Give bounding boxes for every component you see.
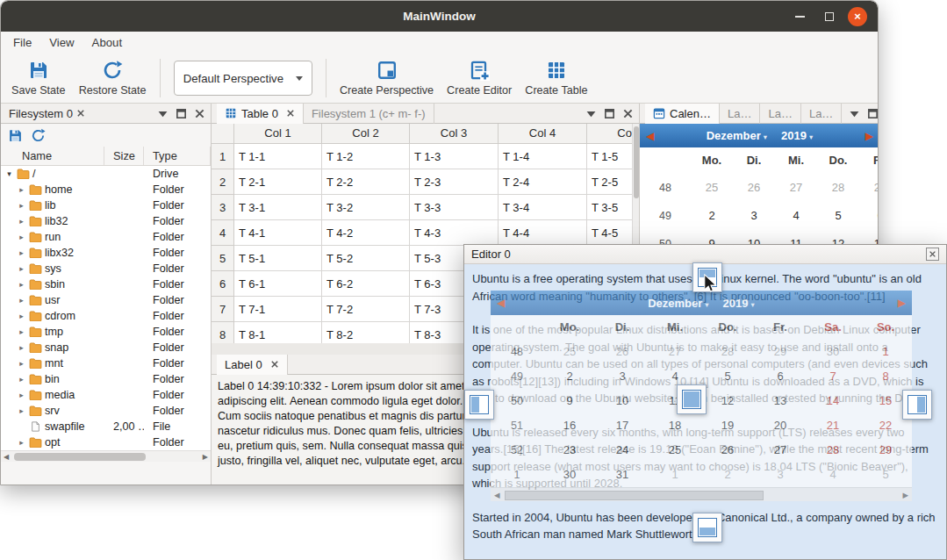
drop-indicator-bottom[interactable]	[692, 513, 722, 542]
table-cell[interactable]: T 6-1	[234, 271, 322, 297]
menu-item-about[interactable]: About	[83, 33, 131, 52]
tree-expand-icon[interactable]: ▸	[17, 371, 26, 387]
calendar-day[interactable]: 4	[775, 202, 817, 230]
calendar-day[interactable]: 26	[596, 340, 649, 364]
calendar-prev-icon[interactable]: ◀	[497, 297, 505, 309]
table-cell[interactable]: T 2-4	[499, 169, 587, 195]
calendar-year-button[interactable]: 2019▾	[781, 129, 813, 142]
calendar-day[interactable]: 29	[754, 340, 807, 364]
tree-row[interactable]: ▸mediaFolder	[1, 387, 211, 403]
tree-row[interactable]: ▸runFolder	[1, 229, 211, 245]
close-tab-icon[interactable]	[286, 109, 295, 118]
editor-titlebar[interactable]: Editor 0	[464, 245, 946, 264]
tree-expand-icon[interactable]: ▸	[17, 229, 26, 245]
tree-row[interactable]: ▾/Drive	[1, 166, 211, 182]
calendar-day[interactable]: 1	[859, 340, 912, 364]
horizontal-scrollbar[interactable]: ◀ ▶	[1, 450, 211, 462]
calendar-day[interactable]: 25	[691, 174, 733, 202]
table-cell[interactable]: T 1-2	[322, 144, 410, 169]
row-header[interactable]: 3	[212, 195, 234, 220]
filesystem-dock-titlebar[interactable]: Filesystem 0	[1, 104, 211, 124]
preview-horizontal-scrollbar[interactable]: ◀ ▶	[491, 487, 912, 501]
tab-label-3[interactable]: La…	[801, 104, 842, 124]
tree-expand-icon[interactable]: ▸	[17, 340, 26, 355]
float-dock-button[interactable]	[176, 108, 187, 119]
tree-expand-icon[interactable]: ▸	[17, 276, 26, 292]
tree-row[interactable]: ▸mntFolder	[1, 355, 211, 371]
calendar-day[interactable]: 2	[701, 463, 754, 487]
row-header[interactable]: 5	[212, 246, 234, 271]
column-header-type[interactable]: Type	[144, 147, 211, 165]
tab-menu-button[interactable]	[157, 108, 169, 119]
create-editor-button[interactable]: Create Editor	[447, 60, 512, 97]
tree-expand-icon[interactable]: ▸	[17, 292, 26, 308]
calendar-day[interactable]: 25	[649, 438, 701, 463]
calendar-day[interactable]: 18	[649, 413, 701, 438]
calendar-day[interactable]: 5	[817, 202, 859, 230]
drop-indicator-center[interactable]	[677, 384, 707, 414]
scrollbar-thumb[interactable]	[14, 453, 146, 461]
close-dock-button[interactable]	[194, 108, 205, 119]
column-header-name[interactable]: Name	[1, 147, 104, 165]
calendar-day[interactable]: 24	[596, 438, 649, 463]
calendar-prev-icon[interactable]: ◀	[646, 130, 654, 142]
column-header-size[interactable]: Size	[104, 147, 144, 165]
drop-indicator-left[interactable]	[464, 390, 494, 420]
table-cell[interactable]: T 3-4	[499, 195, 587, 220]
calendar-day[interactable]: 5	[859, 463, 912, 487]
table-cell[interactable]: T 5-2	[322, 246, 410, 271]
maximize-button[interactable]	[814, 1, 844, 32]
calendar-day[interactable]: 19	[701, 413, 754, 438]
calendar-day[interactable]: 8	[859, 364, 912, 389]
create-table-button[interactable]: Create Table	[525, 60, 587, 97]
column-header[interactable]: Col 4	[499, 124, 587, 144]
calendar-day[interactable]: 20	[754, 413, 807, 438]
calendar-day[interactable]: 16	[543, 413, 596, 438]
drop-indicator-right[interactable]	[902, 390, 932, 420]
tree-expand-icon[interactable]: ▸	[17, 308, 26, 324]
calendar-day[interactable]: 30	[543, 463, 596, 487]
float-dock-button[interactable]	[867, 108, 879, 119]
column-header[interactable]: Col 1	[234, 124, 322, 144]
tree-row[interactable]: ▸lib32Folder	[1, 213, 211, 229]
close-editor-button[interactable]	[926, 248, 939, 261]
column-header[interactable]: Col 2	[322, 124, 410, 144]
menu-item-file[interactable]: File	[4, 33, 40, 52]
column-header[interactable]: Col 3	[410, 124, 499, 144]
calendar-day[interactable]: 29	[859, 174, 879, 202]
calendar-day[interactable]: 29	[859, 438, 912, 463]
tree-row[interactable]: ▸srvFolder	[1, 403, 211, 419]
row-header[interactable]: 8	[212, 322, 234, 343]
close-window-button[interactable]: ×	[843, 1, 872, 32]
row-header[interactable]: 2	[212, 169, 234, 195]
tab-menu-button[interactable]	[585, 108, 597, 119]
tree-expand-icon[interactable]: ▸	[17, 197, 26, 213]
calendar-year-button[interactable]: 2019▾	[723, 297, 755, 310]
tree-row[interactable]: ▸optFolder	[1, 434, 211, 450]
tree-row[interactable]: ▸libFolder	[1, 197, 211, 213]
tree-expand-icon[interactable]: ▸	[17, 434, 26, 450]
tree-expand-icon[interactable]: ▸	[17, 387, 26, 403]
tab-table-0[interactable]: Table 0	[217, 104, 304, 124]
row-header[interactable]: 7	[212, 297, 234, 322]
float-dock-button[interactable]	[604, 108, 615, 119]
table-cell[interactable]: T 3-3	[410, 195, 499, 220]
calendar-day[interactable]: 5	[701, 364, 754, 389]
calendar-day[interactable]: 10	[596, 389, 649, 413]
tab-label-2[interactable]: La…	[760, 104, 800, 124]
menu-item-view[interactable]: View	[40, 33, 83, 52]
table-cell[interactable]: T 4-3	[410, 220, 499, 246]
table-cell[interactable]: T 8-1	[234, 322, 322, 343]
calendar-day[interactable]: 4	[807, 463, 859, 487]
calendar-day[interactable]: 3	[733, 202, 775, 230]
calendar-day[interactable]: 23	[543, 438, 596, 463]
calendar-day[interactable]: 3	[754, 463, 807, 487]
tree-row[interactable]: ▸snapFolder	[1, 340, 211, 355]
tree-row[interactable]: ▸binFolder	[1, 371, 211, 387]
tree-expand-icon[interactable]: ▸	[17, 324, 26, 340]
calendar-next-icon[interactable]: ▶	[865, 130, 873, 142]
calendar-day[interactable]: 17	[596, 413, 649, 438]
calendar-day[interactable]: 27	[649, 340, 701, 364]
calendar-day[interactable]: 30	[807, 340, 859, 364]
calendar-day[interactable]: 7	[807, 364, 859, 389]
